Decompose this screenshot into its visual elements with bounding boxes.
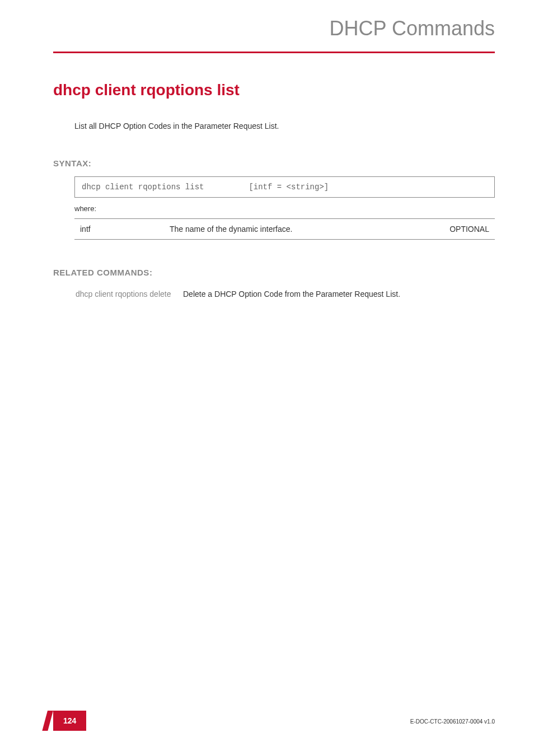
syntax-heading: SYNTAX: (53, 158, 495, 168)
page-header: DHCP Commands (0, 0, 534, 52)
related-command: dhcp client rqoptions delete (76, 287, 182, 301)
command-description: List all DHCP Option Codes in the Parame… (74, 122, 495, 130)
where-label: where: (74, 204, 495, 213)
table-row: dhcp client rqoptions delete Delete a DH… (76, 287, 494, 301)
chapter-title: DHCP Commands (0, 17, 495, 40)
syntax-command: dhcp client rqoptions list (82, 183, 244, 192)
table-row: intf The name of the dynamic interface. … (74, 219, 495, 240)
content-area: dhcp client rqoptions list List all DHCP… (0, 53, 534, 302)
related-heading: RELATED COMMANDS: (53, 268, 495, 277)
command-title: dhcp client rqoptions list (53, 81, 495, 99)
syntax-box: dhcp client rqoptions list [intf = <stri… (74, 176, 495, 198)
page-number: 124 (53, 711, 86, 731)
param-requirement: OPTIONAL (428, 219, 495, 240)
param-table: intf The name of the dynamic interface. … (74, 218, 495, 240)
page-footer: 124 E-DOC-CTC-20061027-0004 v1.0 (0, 711, 534, 731)
param-description: The name of the dynamic interface. (164, 219, 428, 240)
related-table: dhcp client rqoptions delete Delete a DH… (74, 286, 495, 302)
param-name: intf (74, 219, 164, 240)
related-description: Delete a DHCP Option Code from the Param… (183, 287, 494, 301)
syntax-args: [intf = <string>] (249, 183, 329, 192)
document-id: E-DOC-CTC-20061027-0004 v1.0 (410, 718, 495, 725)
